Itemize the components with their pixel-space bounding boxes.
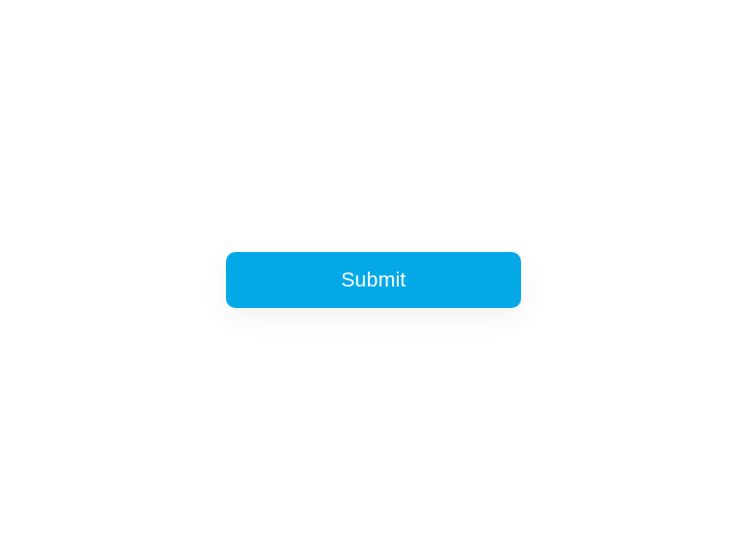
submit-button[interactable]: Submit xyxy=(226,252,521,308)
